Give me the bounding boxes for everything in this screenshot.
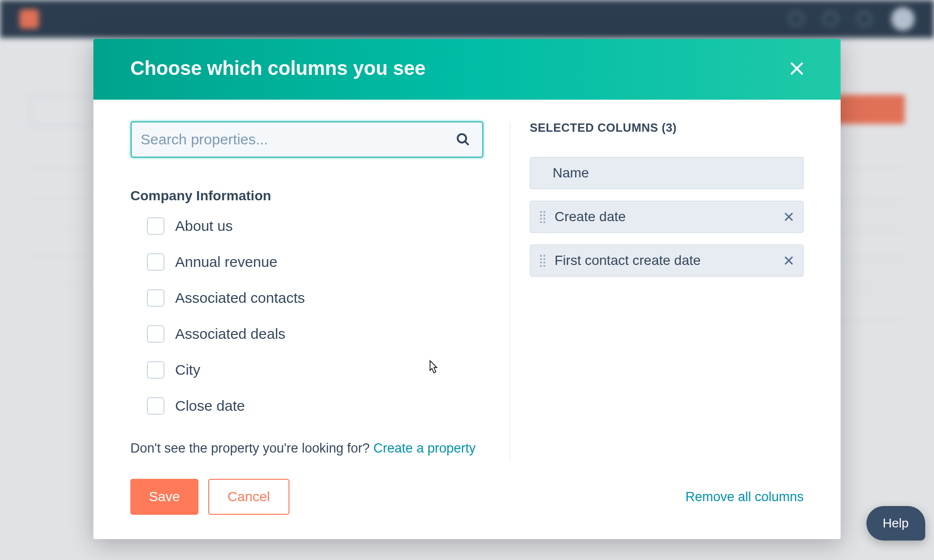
- selected-columns-pane: SELECTED COLUMNS (3) Name Create date Fi…: [510, 121, 804, 459]
- property-item[interactable]: About us: [147, 217, 484, 235]
- remove-column-icon[interactable]: [784, 212, 793, 222]
- property-item[interactable]: Close date: [147, 397, 484, 415]
- property-label: Associated contacts: [175, 290, 305, 306]
- property-label: City: [175, 362, 200, 378]
- selected-column-item[interactable]: Create date: [530, 201, 804, 233]
- property-label: Close date: [175, 398, 245, 414]
- hint-text: Don't see the property you're looking fo…: [130, 441, 374, 455]
- property-item[interactable]: City: [147, 361, 484, 379]
- checkbox[interactable]: [147, 253, 164, 271]
- search-properties-field[interactable]: [130, 121, 484, 158]
- property-list: About us Annual revenue Associated conta…: [130, 217, 484, 415]
- create-property-hint: Don't see the property you're looking fo…: [130, 441, 484, 456]
- cancel-button[interactable]: Cancel: [208, 479, 289, 515]
- search-icon: [456, 132, 470, 147]
- checkbox[interactable]: [147, 397, 164, 415]
- checkbox[interactable]: [147, 325, 164, 343]
- selected-column-label: First contact create date: [555, 253, 784, 268]
- remove-all-columns-link[interactable]: Remove all columns: [685, 490, 804, 505]
- save-button[interactable]: Save: [130, 479, 198, 515]
- selected-columns-heading: SELECTED COLUMNS (3): [530, 121, 804, 135]
- selected-column-label: Name: [537, 165, 793, 181]
- close-icon[interactable]: [789, 61, 804, 76]
- checkbox[interactable]: [147, 361, 164, 379]
- modal-footer: Save Cancel Remove all columns: [93, 459, 841, 539]
- remove-column-icon[interactable]: [784, 256, 793, 265]
- modal-title: Choose which columns you see: [130, 57, 426, 79]
- drag-handle-icon[interactable]: [537, 255, 545, 267]
- selected-column-item[interactable]: Name: [530, 157, 804, 189]
- selected-column-label: Create date: [555, 209, 784, 225]
- selected-column-item[interactable]: First contact create date: [530, 245, 804, 277]
- property-label: Associated deals: [175, 326, 286, 342]
- create-property-link[interactable]: Create a property: [374, 441, 476, 455]
- property-label: About us: [175, 218, 233, 234]
- svg-line-1: [465, 141, 469, 145]
- checkbox[interactable]: [147, 289, 164, 307]
- edit-columns-modal: Choose which columns you see Company Inf…: [93, 39, 841, 539]
- svg-point-0: [458, 134, 467, 143]
- property-group-heading: Company Information: [130, 188, 484, 204]
- checkbox[interactable]: [147, 217, 164, 235]
- property-label: Annual revenue: [175, 254, 277, 270]
- property-item[interactable]: Associated deals: [147, 325, 484, 343]
- selected-columns-list: Name Create date First contact create da…: [530, 157, 804, 277]
- property-item[interactable]: Annual revenue: [147, 253, 484, 271]
- modal-header: Choose which columns you see: [93, 39, 841, 100]
- available-properties-pane: Company Information About us Annual reve…: [130, 121, 510, 459]
- help-button[interactable]: Help: [866, 506, 925, 541]
- drag-handle-icon[interactable]: [537, 211, 545, 223]
- property-item[interactable]: Associated contacts: [147, 289, 484, 307]
- search-input[interactable]: [141, 131, 456, 148]
